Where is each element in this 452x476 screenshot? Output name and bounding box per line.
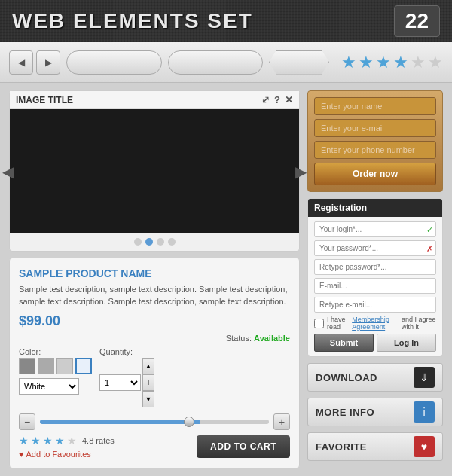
product-star-3: ★ (43, 435, 53, 447)
product-star-5: ★ (67, 435, 77, 447)
quantity-controls: 123 ▲ I ▼ (99, 358, 154, 407)
reg-email-input[interactable] (314, 278, 436, 294)
viewer-next-arrow[interactable]: ▶ (289, 157, 313, 187)
close-icon[interactable]: ✕ (285, 94, 293, 105)
membership-link[interactable]: Membership Agreement (352, 316, 399, 331)
submit-button[interactable]: Submit (314, 334, 374, 352)
color-swatches (19, 358, 92, 374)
info-icon: i (414, 401, 435, 423)
name-field-row (314, 97, 436, 115)
product-options: Color: White Gray Black Quantity: (19, 347, 290, 407)
order-now-button[interactable]: Order now (314, 163, 436, 185)
download-icon: ⇓ (414, 367, 435, 388)
login-valid-icon: ✓ (426, 224, 433, 234)
login-input[interactable] (314, 221, 436, 237)
add-to-favourites-link[interactable]: ♥ Add to Favourites (19, 450, 115, 459)
nav-next-button[interactable]: ▶ (36, 50, 60, 75)
swatch-light[interactable] (56, 358, 73, 374)
navbar: ◀ ▶ ★ ★ ★ ★ ★ ★ (0, 42, 452, 83)
favorite-label: FAVORITE (316, 441, 367, 453)
registration-section: Registration ✓ ✗ (307, 198, 443, 357)
product-rating: ★ ★ ★ ★ ★ 4.8 rates (19, 435, 115, 447)
password-error-icon: ✗ (426, 243, 433, 253)
product-footer: ★ ★ ★ ★ ★ 4.8 rates ♥ Add to Favourites … (19, 435, 290, 459)
slider-increase-button[interactable]: + (273, 413, 290, 430)
email-input[interactable] (314, 119, 436, 137)
download-button[interactable]: DOWNLOAD ⇓ (307, 363, 443, 392)
header-title: WEB ELEMENTS SET (12, 9, 253, 33)
dot-3[interactable] (168, 238, 176, 246)
quantity-select[interactable]: 123 (99, 374, 141, 391)
more-info-button[interactable]: MORE INFO i (307, 398, 443, 426)
star-5: ★ (411, 53, 426, 72)
registration-buttons: Submit Log In (314, 334, 436, 352)
nav-pill-1[interactable] (66, 50, 162, 75)
quantity-label: Quantity: (99, 347, 154, 356)
swatch-dark[interactable] (19, 358, 35, 374)
nav-prev-button[interactable]: ◀ (9, 50, 33, 75)
password-input[interactable] (314, 240, 436, 256)
swatch-mid[interactable] (38, 358, 54, 374)
star-4: ★ (393, 53, 408, 72)
login-button[interactable]: Log In (377, 334, 436, 352)
right-panel: Order now Registration ✓ ✗ (307, 90, 443, 468)
phone-input[interactable] (314, 141, 436, 159)
more-info-label: MORE INFO (316, 407, 374, 418)
help-icon[interactable]: ? (274, 94, 280, 105)
reg-email-field-row (314, 278, 436, 294)
retype-email-input[interactable] (314, 297, 436, 313)
swatch-white[interactable] (75, 358, 92, 374)
product-price: $99.00 (19, 313, 290, 329)
fullscreen-icon[interactable]: ⤢ (261, 94, 270, 105)
left-panel: IMAGE TITLE ⤢ ? ✕ ◀ ▶ SAMPLE PRODUCT NAM… (9, 90, 300, 468)
order-form: Order now (307, 90, 443, 192)
dot-0[interactable] (134, 238, 142, 246)
image-title: IMAGE TITLE (16, 95, 73, 105)
status-value: Available (254, 334, 290, 343)
qty-up-button[interactable]: ▲ (142, 358, 154, 374)
registration-header: Registration (308, 199, 442, 217)
rating-stars: ★ ★ ★ ★ ★ ★ (341, 53, 443, 72)
favorite-button[interactable]: FAVORITE ♥ (307, 432, 443, 461)
slider-thumb[interactable] (184, 416, 194, 427)
add-to-cart-button[interactable]: ADD TO CART (197, 435, 290, 458)
color-label: Color: (19, 347, 92, 356)
nav-arrows: ◀ ▶ (9, 50, 60, 75)
slider-decrease-button[interactable]: − (19, 413, 35, 430)
slider-track[interactable] (40, 420, 269, 424)
dot-1[interactable] (145, 238, 153, 246)
image-viewer-body: ◀ ▶ (10, 109, 299, 233)
viewer-prev-arrow[interactable]: ◀ (0, 157, 20, 187)
agree-text: I have read (327, 316, 349, 331)
product-description: Sample test description, sample text des… (19, 284, 290, 307)
product-star-4: ★ (55, 435, 65, 447)
nav-arrow-pill[interactable] (269, 50, 329, 75)
rating-text: 4.8 rates (82, 436, 115, 445)
image-viewer: IMAGE TITLE ⤢ ? ✕ ◀ ▶ (9, 90, 300, 252)
color-option: Color: White Gray Black (19, 347, 92, 407)
product-panel: SAMPLE PRODUCT NAME Sample test descript… (9, 258, 300, 468)
star-2: ★ (359, 53, 374, 72)
nav-pill-2[interactable] (168, 50, 264, 75)
product-star-2: ★ (31, 435, 41, 447)
retype-password-input[interactable] (314, 259, 436, 275)
quantity-option: Quantity: 123 ▲ I ▼ (99, 347, 154, 407)
download-label: DOWNLOAD (316, 372, 377, 383)
product-status: Status: Available (19, 334, 290, 343)
registration-body: ✓ ✗ I have read Membershi (308, 217, 442, 356)
slider-row: − + (19, 413, 290, 430)
dot-2[interactable] (157, 238, 164, 246)
name-input[interactable] (314, 97, 436, 115)
image-viewer-controls: ⤢ ? ✕ (261, 94, 293, 105)
qty-down-button[interactable]: I (142, 374, 154, 391)
agree-row: I have read Membership Agreement and I a… (314, 316, 436, 331)
retype-password-field-row (314, 259, 436, 275)
heart-icon: ♥ (19, 450, 24, 459)
qty-alt-button[interactable]: ▼ (142, 391, 154, 407)
star-3: ★ (376, 53, 391, 72)
agree-checkbox[interactable] (314, 319, 324, 328)
agree-suffix: and I agree with it (402, 316, 436, 331)
retype-email-field-row (314, 297, 436, 313)
color-select[interactable]: White Gray Black (19, 378, 79, 395)
email-field-row (314, 119, 436, 137)
